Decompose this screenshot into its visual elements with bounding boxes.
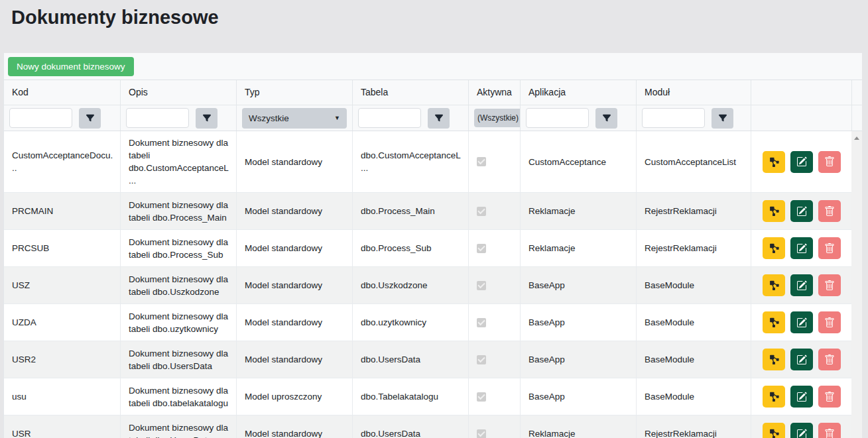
cell-tabela: dbo.CustomAcceptanceL... xyxy=(352,131,468,192)
edit-pencil-square-icon xyxy=(796,429,807,438)
edit-button[interactable] xyxy=(790,200,813,222)
column-header-opis: Opis xyxy=(120,80,236,105)
kod-filter-input[interactable] xyxy=(9,108,72,128)
hierarchy-diagram-icon xyxy=(769,156,780,168)
aplikacja-filter-button[interactable] xyxy=(595,108,617,129)
cell-aplikacja: Reklamacje xyxy=(520,415,636,438)
typ-value: Model standardowy xyxy=(245,156,322,168)
edit-button[interactable] xyxy=(790,237,813,259)
kod-filter-button[interactable] xyxy=(79,108,101,129)
aktywna-filter-select[interactable]: (Wszystkie) xyxy=(474,109,520,127)
toolbar: Nowy dokument biznesowy xyxy=(4,53,862,80)
delete-button[interactable] xyxy=(818,274,841,296)
table-row: USR2 Dokument biznesowy dla tabeli dbo.U… xyxy=(4,341,851,378)
hierarchy-diagram-icon xyxy=(769,391,780,402)
hierarchy-button[interactable] xyxy=(763,200,785,222)
tabela-value: dbo.Process_Main xyxy=(361,205,435,217)
hierarchy-button[interactable] xyxy=(763,386,785,408)
filter-cell-tabela xyxy=(352,105,468,131)
cell-kod: USR2 xyxy=(4,341,120,378)
edit-button[interactable] xyxy=(790,311,813,333)
cell-aktywna xyxy=(468,378,520,415)
kod-value: USZ xyxy=(12,279,30,292)
aplikacja-value: CustomAcceptance xyxy=(528,156,606,168)
opis-value: Dokument biznesowy dla tabeli dbo.uzytko… xyxy=(129,310,231,335)
delete-button[interactable] xyxy=(818,311,841,333)
hierarchy-button[interactable] xyxy=(763,274,785,296)
hierarchy-diagram-icon xyxy=(769,280,780,291)
table-row: USR Dokument biznesowy dla tabeli dbo.Us… xyxy=(4,415,851,438)
hierarchy-button[interactable] xyxy=(763,311,785,333)
aktywna-checkbox xyxy=(477,157,486,166)
edit-button[interactable] xyxy=(790,349,813,370)
trash-icon xyxy=(824,243,835,254)
column-header-aktywna: Aktywna xyxy=(468,80,520,105)
modul-value: BaseModule xyxy=(645,279,694,292)
modul-filter-input[interactable] xyxy=(642,108,705,128)
cell-opis: Dokument biznesowy dla tabeli dbo.UsersD… xyxy=(120,415,236,438)
delete-button[interactable] xyxy=(818,349,841,370)
filter-cell-kod xyxy=(4,105,120,131)
hierarchy-button[interactable] xyxy=(763,237,785,259)
edit-button[interactable] xyxy=(790,151,813,173)
cell-tabela: dbo.Process_Main xyxy=(352,193,468,229)
aplikacja-filter-input[interactable] xyxy=(526,108,589,128)
typ-value: Model uproszczony xyxy=(245,390,322,403)
trash-icon xyxy=(824,156,835,167)
kod-value: USR xyxy=(12,427,31,438)
modul-value: BaseModule xyxy=(645,390,694,403)
aplikacja-value: Reklamacje xyxy=(528,205,576,217)
page-title: Dokumenty biznesowe xyxy=(0,0,868,53)
table-body-rows: CustomAcceptanceDocu... Dokument bizneso… xyxy=(4,131,851,438)
edit-pencil-square-icon xyxy=(796,156,807,167)
trash-icon xyxy=(824,280,835,291)
cell-tabela: dbo.UsersData xyxy=(352,415,468,438)
tabela-value: dbo.Process_Sub xyxy=(361,242,432,254)
kod-value: USR2 xyxy=(12,353,36,366)
delete-button[interactable] xyxy=(818,237,841,259)
edit-button[interactable] xyxy=(790,274,813,296)
scroll-up-arrow-icon[interactable] xyxy=(854,137,859,140)
delete-button[interactable] xyxy=(818,200,841,222)
edit-button[interactable] xyxy=(790,386,813,408)
hierarchy-button[interactable] xyxy=(763,349,785,370)
delete-button[interactable] xyxy=(818,423,841,438)
aktywna-checkbox xyxy=(477,244,486,253)
cell-aplikacja: CustomAcceptance xyxy=(520,131,636,192)
cell-kod: PRCMAIN xyxy=(4,193,120,229)
delete-button[interactable] xyxy=(818,386,841,408)
typ-filter-select[interactable]: Wszystkie ▼ xyxy=(242,108,347,129)
table-row: PRCSUB Dokument biznesowy dla tabeli dbo… xyxy=(4,230,851,267)
cell-opis: Dokument biznesowy dla tabeli dbo.Proces… xyxy=(120,193,236,229)
hierarchy-diagram-icon xyxy=(769,317,780,328)
edit-button[interactable] xyxy=(790,423,813,438)
aktywna-checkbox xyxy=(477,281,486,290)
cell-modul: RejestrReklamacji xyxy=(636,415,751,438)
modul-filter-button[interactable] xyxy=(712,108,733,129)
opis-filter-button[interactable] xyxy=(196,108,217,129)
typ-filter-selected-value: Wszystkie xyxy=(249,113,289,123)
tabela-filter-input[interactable] xyxy=(358,108,421,128)
cell-aplikacja: BaseApp xyxy=(520,341,636,378)
kod-value: PRCSUB xyxy=(12,242,49,254)
aktywna-checkbox xyxy=(477,392,486,402)
delete-button[interactable] xyxy=(818,151,841,173)
cell-aktywna xyxy=(468,267,520,303)
tabela-filter-button[interactable] xyxy=(428,108,450,129)
cell-opis: Dokument biznesowy dla tabeli dbo.tabela… xyxy=(120,378,236,415)
tabela-value: dbo.Uszkodzone xyxy=(361,279,428,292)
new-document-button[interactable]: Nowy dokument biznesowy xyxy=(8,57,134,76)
hierarchy-button[interactable] xyxy=(763,151,785,173)
cell-opis: Dokument biznesowy dla tabeli dbo.Uszkod… xyxy=(120,267,236,303)
opis-filter-input[interactable] xyxy=(126,108,189,128)
vertical-scrollbar[interactable] xyxy=(851,131,862,438)
cell-kod: CustomAcceptanceDocu... xyxy=(4,131,120,192)
filter-cell-scroll-spacer xyxy=(851,105,863,131)
cell-aplikacja: BaseApp xyxy=(520,378,636,415)
hierarchy-button[interactable] xyxy=(763,423,785,438)
cell-typ: Model standardowy xyxy=(236,415,352,438)
aplikacja-value: BaseApp xyxy=(528,353,565,366)
funnel-icon xyxy=(435,114,443,122)
cell-modul: RejestrReklamacji xyxy=(636,230,751,266)
hierarchy-diagram-icon xyxy=(769,243,780,254)
